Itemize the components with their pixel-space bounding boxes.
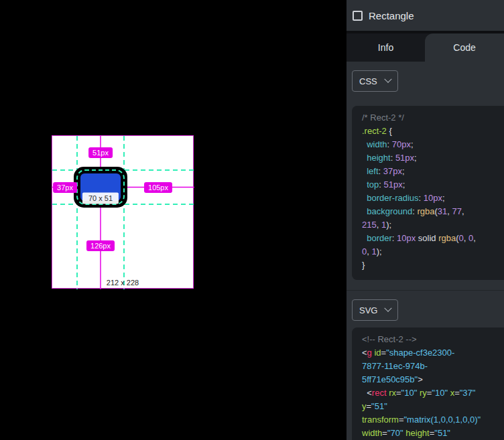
measure-label-left: 37px xyxy=(53,182,77,193)
measure-label-right: 105px xyxy=(144,182,172,193)
chevron-down-icon xyxy=(384,305,391,312)
tab-bar: Info Code xyxy=(346,33,504,62)
artboard: 51px 37px 105px 126px 70 x 51 212 x 228 xyxy=(52,135,194,289)
code-tab-content: CSS /* Rect-2 */.rect-2 { width: 70px; h… xyxy=(346,70,504,440)
selection-outline xyxy=(52,136,194,289)
css-code-block: /* Rect-2 */.rect-2 { width: 70px; heigh… xyxy=(352,106,504,280)
chevron-down-icon xyxy=(384,76,391,83)
measurement-guides-overlay xyxy=(52,136,194,289)
measure-label-top: 51px xyxy=(88,147,113,158)
panel-header: Rectangle xyxy=(346,0,504,31)
inspect-panel: Rectangle Info Code CSS /* Rect-2 */.rec… xyxy=(346,0,504,440)
section-separator xyxy=(346,290,504,291)
tab-info[interactable]: Info xyxy=(346,33,425,62)
svg-format-dropdown[interactable]: SVG xyxy=(352,299,398,321)
viewer-canvas-area: 51px 37px 105px 126px 70 x 51 212 x 228 xyxy=(0,0,346,440)
shape-size-badge: 70 x 51 xyxy=(82,193,119,204)
frame-size-label: 212 x 228 xyxy=(107,279,139,287)
svg-dropdown-value: SVG xyxy=(359,305,377,315)
css-format-dropdown[interactable]: CSS xyxy=(352,70,398,92)
tab-code[interactable]: Code xyxy=(425,33,504,62)
css-dropdown-value: CSS xyxy=(359,76,377,86)
measure-label-bottom: 126px xyxy=(86,240,115,251)
svg-code-block: <!-- Rect-2 --><g id="shape-cf3e2300-787… xyxy=(352,327,504,440)
selected-shape-title: Rectangle xyxy=(369,10,414,21)
rectangle-checkbox[interactable] xyxy=(353,11,363,21)
